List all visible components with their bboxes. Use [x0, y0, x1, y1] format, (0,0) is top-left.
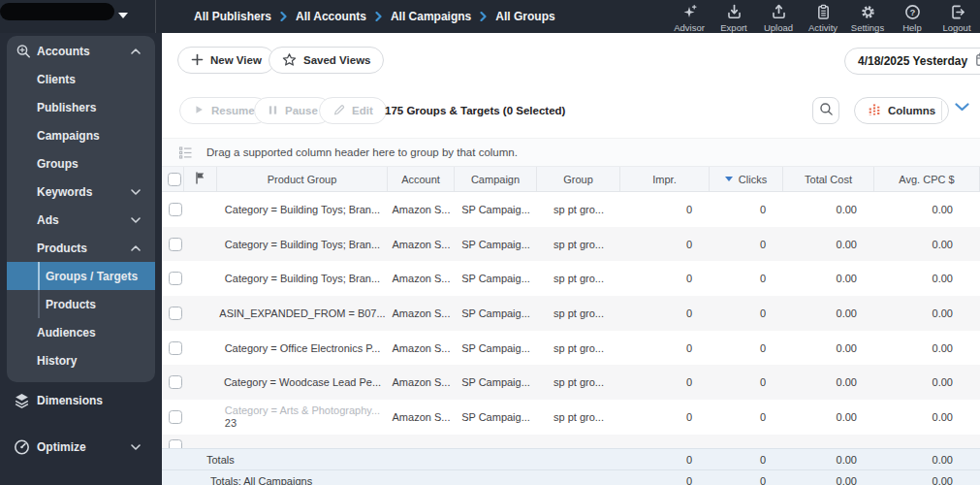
- cell-campaign: SP Campaig...: [455, 307, 537, 319]
- sidebar-item-publishers[interactable]: Publishers: [7, 93, 155, 121]
- column-header-group[interactable]: Group: [537, 167, 620, 191]
- sidebar-item-groups[interactable]: Groups: [7, 149, 155, 178]
- row-checkbox[interactable]: [169, 203, 182, 216]
- sidebar-item-label: Products: [46, 298, 96, 311]
- collapse-panel-chevron-icon[interactable]: [955, 103, 969, 112]
- sort-desc-icon: [725, 177, 733, 181]
- breadcrumb-all-groups[interactable]: All Groups: [495, 10, 554, 23]
- table-row[interactable]: Category = Woodcase Lead Pe... Amazon S.…: [162, 365, 980, 400]
- cell-clicks: 0: [710, 204, 783, 215]
- table-row[interactable]: Category = Building Toys; Bran... Amazon…: [162, 227, 980, 262]
- sidebar-item-keywords[interactable]: Keywords: [7, 178, 155, 206]
- row-checkbox[interactable]: [169, 272, 182, 285]
- table-row[interactable]: Category = Office Electronics P... Amazo…: [162, 331, 980, 366]
- column-header-impr[interactable]: Impr.: [620, 167, 710, 191]
- cell-impr: 0: [620, 273, 710, 284]
- topbar-divider: [155, 0, 156, 33]
- cell-impr: 0: [620, 307, 710, 319]
- row-checkbox[interactable]: [169, 410, 182, 424]
- column-header-product-group[interactable]: Product Group: [217, 167, 388, 191]
- cell-clicks: 0: [710, 342, 783, 354]
- select-all-cell: [162, 167, 184, 191]
- settings-button[interactable]: Settings: [845, 1, 890, 33]
- column-header-account[interactable]: Account: [388, 167, 455, 191]
- topbar: All Publishers All Accounts All Campaign…: [0, 0, 980, 33]
- chevron-down-icon: [131, 217, 141, 223]
- gauge-icon: [14, 439, 30, 456]
- totals-all-total-cost: 0.00: [783, 475, 874, 485]
- upload-button[interactable]: Upload: [756, 1, 801, 33]
- saved-views-button[interactable]: Saved Views: [269, 47, 384, 74]
- sidebar-item-label: Groups: [37, 157, 79, 171]
- column-header-avg-cpc[interactable]: Avg. CPC $: [874, 167, 980, 191]
- sidebar-item-label: Ads: [37, 213, 59, 227]
- advisor-sparkle-icon: [681, 4, 698, 20]
- cell-avg-cpc: 0.00: [874, 411, 980, 423]
- sidebar-item-label: Campaigns: [37, 129, 100, 143]
- export-icon: [726, 4, 743, 20]
- row-checkbox[interactable]: [169, 341, 182, 355]
- sidebar-item-history[interactable]: History: [7, 346, 155, 374]
- sidebar-item-audiences[interactable]: Audiences: [7, 318, 155, 346]
- sidebar-item-ads[interactable]: Ads: [7, 206, 155, 234]
- client-selector[interactable]: [0, 3, 114, 20]
- column-header-clicks[interactable]: Clicks: [710, 167, 783, 191]
- table-row[interactable]: Category = Building Toys; Bran... Amazon…: [162, 261, 980, 296]
- search-button[interactable]: [812, 97, 839, 124]
- chevron-up-icon: [131, 48, 141, 54]
- export-button[interactable]: Export: [711, 1, 756, 33]
- logout-button[interactable]: Logout: [934, 1, 979, 33]
- table-row[interactable]: Category = Arts & Photography...23 Amazo…: [162, 400, 980, 435]
- breadcrumb-all-publishers[interactable]: All Publishers: [194, 10, 271, 23]
- cell-campaign: SP Campaig...: [455, 342, 537, 354]
- group-by-drop-zone[interactable]: Drag a supported column header here to g…: [162, 138, 980, 167]
- breadcrumb-all-accounts[interactable]: All Accounts: [296, 10, 366, 23]
- cell-campaign: SP Campaig...: [455, 239, 537, 250]
- sidebar-item-products[interactable]: Products: [7, 234, 155, 262]
- new-view-button[interactable]: New View: [177, 47, 275, 74]
- cell-product-group: Category = Building Toys; Bran...: [217, 239, 388, 250]
- help-button[interactable]: ? Help: [890, 1, 934, 33]
- svg-text:?: ?: [909, 8, 915, 17]
- activity-button[interactable]: Activity: [801, 1, 845, 33]
- cell-group: sp pt gro...: [537, 204, 620, 215]
- flag-column-header[interactable]: [184, 167, 217, 191]
- select-all-checkbox[interactable]: [168, 173, 181, 186]
- cell-total-cost: 0.00: [783, 204, 874, 215]
- date-range-value: 4/18/2025 Yesterday: [858, 54, 967, 68]
- sidebar-item-groups-targets[interactable]: Groups / Targets: [7, 262, 155, 290]
- edit-label: Edit: [352, 105, 373, 116]
- sidebar-item-accounts[interactable]: Accounts: [7, 38, 155, 65]
- column-header-total-cost[interactable]: Total Cost: [783, 167, 874, 191]
- row-checkbox[interactable]: [169, 238, 182, 251]
- star-icon: [282, 52, 297, 69]
- table-row[interactable]: ASIN_EXPANDED_FROM = B07... Amazon S... …: [162, 296, 980, 331]
- activity-clipboard-icon: [815, 4, 832, 20]
- edit-button[interactable]: Edit: [319, 97, 387, 124]
- cell-impr: 0: [620, 239, 710, 250]
- sidebar-item-optimize[interactable]: Optimize: [0, 433, 162, 462]
- sidebar-item-clients[interactable]: Clients: [7, 65, 155, 93]
- advisor-button[interactable]: Advisor: [667, 1, 711, 33]
- sidebar-item-campaigns[interactable]: Campaigns: [7, 121, 155, 149]
- calendar-icon: [975, 52, 980, 70]
- date-range-button[interactable]: 4/18/2025 Yesterday: [844, 48, 980, 75]
- breadcrumb-all-campaigns[interactable]: All Campaigns: [391, 10, 471, 23]
- cell-campaign: SP Campaig...: [455, 273, 537, 284]
- sidebar-item-products-sub[interactable]: Products: [7, 290, 155, 318]
- row-checkbox[interactable]: [169, 375, 182, 389]
- pause-icon: [268, 105, 278, 117]
- row-checkbox[interactable]: [169, 307, 182, 320]
- pause-label: Pause: [285, 105, 318, 116]
- export-label: Export: [720, 22, 746, 33]
- table-row[interactable]: Category = Building Toys; Bran... Amazon…: [162, 192, 980, 227]
- cell-product-group-line1: Category = Arts & Photography...: [225, 404, 380, 417]
- row-checkbox[interactable]: [169, 439, 182, 448]
- totals-all-avg-cpc: 0.00: [874, 475, 980, 485]
- sidebar-item-dimensions[interactable]: Dimensions: [0, 386, 162, 415]
- column-header-campaign[interactable]: Campaign: [455, 167, 537, 191]
- topbar-actions: Advisor Export Upload Activity Settings …: [667, 1, 979, 33]
- columns-button[interactable]: Columns: [854, 97, 949, 124]
- group-by-hint: Drag a supported column header here to g…: [206, 146, 518, 158]
- table-row-partial[interactable]: [162, 435, 980, 448]
